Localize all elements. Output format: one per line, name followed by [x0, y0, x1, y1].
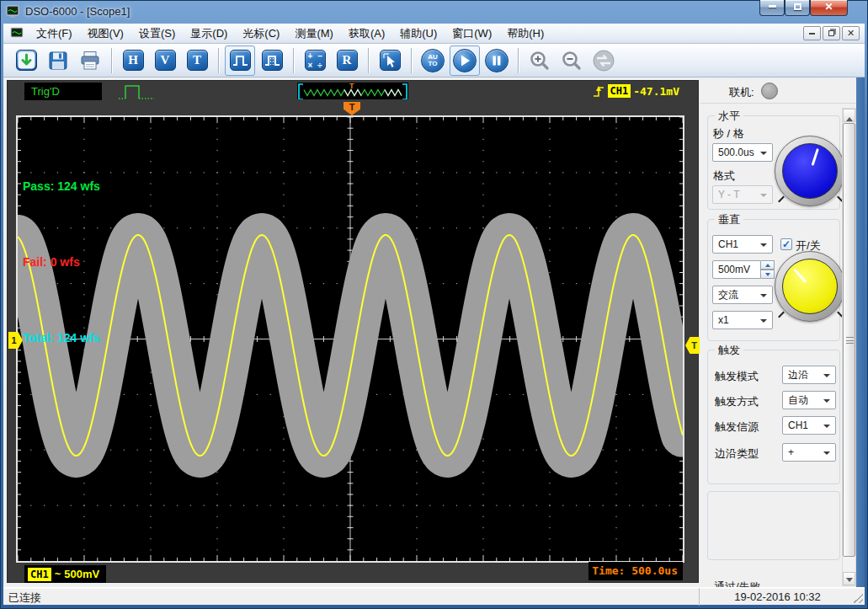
client-area: Trig'D T CH1 -47.1mV Pass: 124 wfs Fail:… [3, 77, 865, 587]
horizontal-setup-button[interactable]: H [118, 45, 148, 76]
datetime-status: 19-02-2016 10:32 [699, 588, 855, 606]
run-button[interactable] [450, 45, 480, 76]
channel-switch-checkbox[interactable] [780, 238, 792, 250]
refresh-icon [591, 48, 616, 73]
mask-test-button[interactable] [225, 45, 255, 76]
link-status-row: 联机: [700, 80, 856, 104]
title-bar: DSO-6000 - [Scope1] ✕ [0, 0, 868, 24]
pulse-measure-button[interactable] [257, 45, 287, 76]
trigger-sweep-combo[interactable]: 自动 [782, 391, 836, 409]
passfail-group [707, 491, 840, 560]
volts-spinner-value[interactable]: 500mV [712, 260, 761, 279]
svg-text:T: T [349, 83, 354, 90]
scrollbar-up-button[interactable] [843, 109, 855, 122]
probe-combo[interactable]: x1 [712, 311, 773, 329]
waveform-preview-strip[interactable]: T [297, 83, 408, 99]
vertical-setup-button[interactable]: V [150, 45, 180, 76]
trigger-group-title: 触发 [715, 343, 743, 358]
vertical-scale-knob[interactable] [775, 251, 845, 322]
scrollbar-thumb[interactable] [843, 123, 855, 557]
menu-item-10[interactable]: 帮助(H) [499, 24, 551, 44]
cursor-measure-button[interactable] [375, 45, 405, 76]
trigger-level-marker[interactable]: T [685, 337, 700, 354]
menu-item-7[interactable]: 获取(A) [341, 24, 392, 44]
pass-count: Pass: 124 wfs [23, 174, 100, 199]
knob-face [782, 143, 838, 199]
refresh-button[interactable] [588, 45, 619, 76]
scrollbar-grip-icon [846, 337, 854, 344]
toolbar-separator [293, 48, 294, 73]
math-button[interactable]: +−×÷ [300, 45, 330, 76]
menu-item-6[interactable]: 测量(M) [287, 24, 341, 44]
horizontal-scale-knob[interactable] [775, 136, 845, 206]
menu-item-2[interactable]: 视图(V) [80, 24, 131, 44]
close-button[interactable]: ✕ [810, 0, 848, 16]
menu-item-9[interactable]: 窗口(W) [445, 24, 499, 44]
toolbar: HVT+−×÷RAUTO [3, 44, 865, 77]
maximize-button[interactable] [785, 0, 810, 16]
menu-item-5[interactable]: 光标(C) [235, 24, 287, 44]
pulse-mode-icon [117, 82, 159, 104]
connection-status: 已连接 [8, 590, 41, 606]
spinner-down-button[interactable] [761, 270, 775, 279]
menu-item-3[interactable]: 设置(S) [131, 24, 183, 44]
edge-type-label: 边沿类型 [715, 446, 759, 462]
zoom-in-icon [528, 50, 551, 72]
mdi-minimize-button[interactable] [803, 26, 821, 40]
resize-grip-icon [853, 593, 863, 603]
trigger-mode-combo[interactable]: 边沿 [782, 366, 836, 384]
trigger-setup-button[interactable]: T [182, 45, 212, 76]
channel-combo[interactable]: CH1 [712, 235, 773, 254]
scope-display[interactable]: Pass: 124 wfs Fail: 0 wfs Total: 124 wfs [16, 115, 684, 563]
menu-item-8[interactable]: 辅助(U) [392, 24, 445, 44]
mdi-child-icon [10, 27, 24, 40]
mask-test-stats: Pass: 124 wfs Fail: 0 wfs Total: 124 wfs [23, 123, 100, 401]
total-count: Total: 124 wfs [23, 325, 100, 350]
pause-button[interactable] [482, 45, 512, 76]
pulse-measure-icon [262, 50, 283, 71]
rising-edge-icon [593, 83, 605, 99]
trigger-status-indicator: Trig'D [24, 83, 102, 100]
math-icon: +−×÷ [305, 50, 326, 71]
zoom-out-icon [560, 50, 583, 72]
volts-per-div: 500mV [64, 568, 99, 580]
mdi-close-button[interactable]: ✕ [842, 26, 860, 40]
scrollbar-down-button[interactable] [843, 572, 855, 585]
autoset-button[interactable]: AUTO [418, 45, 448, 76]
run-icon [453, 49, 477, 72]
open-file-button[interactable] [11, 45, 41, 76]
minimize-button[interactable] [759, 0, 785, 16]
panel-scrollbar[interactable] [842, 108, 856, 586]
trigger-source-combo[interactable]: CH1 [782, 416, 836, 435]
mdi-restore-button[interactable] [823, 26, 840, 40]
save-button[interactable] [43, 45, 73, 76]
clipped-group-label: 通过/失败 [714, 580, 815, 587]
trigger-source-label: 触发信源 [715, 419, 759, 435]
link-indicator-icon [761, 83, 778, 99]
zoom-out-button[interactable] [556, 45, 587, 76]
zoom-in-button[interactable] [525, 45, 555, 76]
down-arrow-icon [846, 578, 853, 585]
secdiv-combo[interactable]: 500.0us [712, 143, 773, 162]
cursor-measure-icon [380, 50, 401, 71]
channel-badge: CH1 [28, 568, 51, 581]
channel-scale-label: CH1 ~ 500mV [24, 565, 106, 583]
control-panel: 联机: 水平 秒 / 格 500.0us 格式 Y - T 垂直 CH1 [700, 80, 856, 587]
menu-item-1[interactable]: 文件(F) [29, 24, 80, 44]
mdi-minimize-icon [809, 33, 815, 35]
down-arrow-icon [765, 273, 770, 279]
coupling-combo[interactable]: 交流 [712, 286, 773, 304]
reference-icon: R [337, 50, 358, 71]
trigger-position-marker[interactable]: T [343, 102, 360, 115]
format-label: 格式 [713, 168, 735, 184]
spinner-up-button[interactable] [761, 260, 775, 270]
save-icon [47, 50, 69, 72]
format-combo[interactable]: Y - T [712, 185, 773, 204]
menu-item-4[interactable]: 显示(D) [183, 24, 235, 44]
window-border-right-inner [856, 77, 865, 587]
edge-type-combo[interactable]: + [782, 443, 836, 462]
mdi-restore-icon [828, 30, 834, 36]
reference-button[interactable]: R [332, 45, 362, 76]
toolbar-separator [411, 48, 412, 73]
print-button[interactable] [75, 45, 105, 76]
